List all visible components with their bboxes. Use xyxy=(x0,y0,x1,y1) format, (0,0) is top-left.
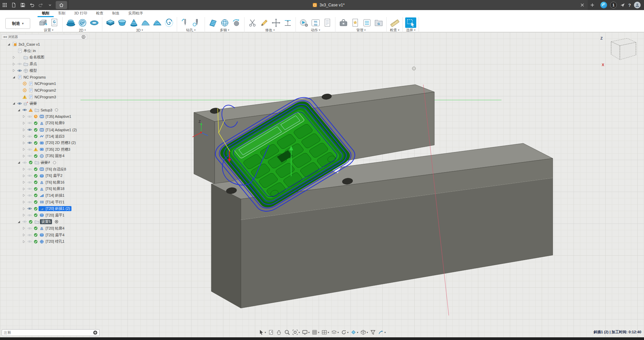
tool-library-button[interactable] xyxy=(338,17,349,28)
spiral-3d-button[interactable] xyxy=(163,17,174,28)
viewport[interactable]: Z ◀◀ 浏览器 3x3_Case v1单位: in命名视图原点模型NC Pro… xyxy=(0,32,644,337)
visibility-eye-icon[interactable] xyxy=(26,148,33,151)
collapse-browser-icon[interactable]: ◀◀ xyxy=(3,36,7,38)
visibility-eye-icon[interactable] xyxy=(26,154,33,158)
viewports-button[interactable]: ▾ xyxy=(321,329,330,336)
tree-row[interactable]: [T14] 斜插1 xyxy=(1,192,87,199)
tree-row[interactable]: NCProgram1 xyxy=(1,81,87,87)
tree-item-label[interactable]: [T6] 扁平2 xyxy=(45,173,62,178)
tree-item-label[interactable]: [T20] 2D 挖槽3 (2) xyxy=(45,140,76,145)
visibility-eye-icon[interactable] xyxy=(26,181,33,184)
grid-and-snaps-button[interactable]: ▾ xyxy=(311,329,320,336)
tree-row[interactable]: [T35] 圆形4 xyxy=(1,153,87,159)
visibility-eye-icon[interactable] xyxy=(26,167,33,171)
tree-row[interactable]: [T14] Adaptive1 (2) xyxy=(1,127,87,133)
close-tab-button[interactable] xyxy=(580,2,585,8)
expander-icon[interactable] xyxy=(16,220,21,224)
fit-button[interactable]: ▾ xyxy=(291,329,301,336)
extensions-icon[interactable] xyxy=(620,2,625,8)
tree-row[interactable]: [T6] 轮廓18 xyxy=(1,186,87,192)
expander-icon[interactable] xyxy=(21,240,26,244)
tree-row[interactable]: [T20] 轮廓9 xyxy=(1,120,87,127)
visibility-eye-icon[interactable] xyxy=(26,115,33,118)
expander-icon[interactable] xyxy=(11,62,16,66)
tree-item-label[interactable]: [T14] Adaptive1 (2) xyxy=(45,128,77,132)
pocket-3d-button[interactable] xyxy=(116,17,127,28)
drill-button[interactable] xyxy=(179,17,191,28)
tree-item-label[interactable]: [T6] 轮廓18 xyxy=(45,186,64,191)
tab-milling[interactable]: 铣削 xyxy=(38,10,54,17)
adaptive-2d-button[interactable] xyxy=(77,17,88,28)
tab-3d-print[interactable]: 3D 打印 xyxy=(70,10,92,17)
tree-row[interactable]: [T20] 轮廓4 xyxy=(1,225,87,232)
group-dropdown-3d[interactable]: 3D▾ xyxy=(105,28,174,32)
active-setup-indicator-icon[interactable] xyxy=(51,161,57,164)
tree-item-label[interactable]: NCProgram2 xyxy=(34,88,56,92)
stock-display-button[interactable]: ▾ xyxy=(350,329,359,336)
redo-icon[interactable] xyxy=(36,0,45,10)
window-select-button[interactable] xyxy=(405,17,416,28)
machine-display-button[interactable]: ▾ xyxy=(360,329,369,336)
expander-icon[interactable] xyxy=(21,200,26,204)
expander-icon[interactable] xyxy=(16,108,21,112)
viewport-canvas[interactable]: Z xyxy=(0,32,644,337)
notifications-icon[interactable]: 1 xyxy=(610,2,617,8)
visibility-eye-icon[interactable] xyxy=(26,213,33,217)
tree-item-label[interactable]: [T35] Adaptive1 xyxy=(45,114,71,118)
tree-row[interactable]: [T35] Adaptive1 xyxy=(1,113,87,120)
expander-icon[interactable] xyxy=(21,207,26,211)
tree-item-label[interactable]: 设置7 xyxy=(40,160,50,165)
comment-box[interactable] xyxy=(2,329,100,336)
display-settings-button[interactable]: ▾ xyxy=(301,329,310,336)
tree-item-label[interactable]: [T20] 扁平1 xyxy=(45,213,64,218)
expander-icon[interactable] xyxy=(11,101,16,105)
visibility-eye-icon[interactable] xyxy=(16,62,22,66)
tree-item-label[interactable]: [T35] 圆形4 xyxy=(45,153,64,158)
expander-icon[interactable] xyxy=(21,167,26,171)
move-toolpath-button[interactable] xyxy=(270,17,281,28)
tree-item-label[interactable]: [T14] 斜插1 xyxy=(45,193,64,198)
tree-row[interactable]: 原点 xyxy=(1,61,87,67)
tree-row[interactable]: [T20] 扁平1 xyxy=(1,212,87,218)
tree-row[interactable]: Setup3 xyxy=(1,107,87,113)
view-cube[interactable]: Z X xyxy=(599,35,640,68)
document-tab[interactable]: 3x3_Case v1* xyxy=(69,0,588,10)
tree-row[interactable]: [T14] 追踪3 xyxy=(1,133,87,140)
expander-icon[interactable] xyxy=(21,213,26,217)
group-dropdown-setup[interactable]: 设置▾ xyxy=(37,28,60,32)
post-process-button[interactable]: G1G2 xyxy=(310,17,321,28)
tree-item-label[interactable]: [T14] 平行1 xyxy=(45,200,64,205)
tree-item-label[interactable]: [T35] 2D 挖槽3 xyxy=(45,147,70,152)
steep-shallow-3d-button[interactable] xyxy=(152,17,163,28)
active-setup-indicator-icon[interactable] xyxy=(54,108,60,112)
avatar-icon[interactable] xyxy=(634,2,641,8)
tree-item-label[interactable]: 单位: in xyxy=(23,48,36,53)
group-dropdown-manage[interactable]: 管理▾ xyxy=(338,28,384,32)
tree-row[interactable]: 设置 xyxy=(1,100,87,107)
tree-item-label[interactable]: 模型 xyxy=(29,68,37,73)
tree-item-label[interactable]: NCProgram1 xyxy=(34,82,56,86)
group-dropdown-2d[interactable]: 2D▾ xyxy=(65,28,100,32)
expander-icon[interactable] xyxy=(21,128,26,132)
toolpath-filter-button[interactable] xyxy=(369,329,377,336)
tree-row[interactable]: 模型 xyxy=(1,67,87,74)
expander-icon[interactable] xyxy=(21,141,26,145)
expander-icon[interactable] xyxy=(16,160,21,164)
tree-row[interactable]: [T6] 扁平2 xyxy=(1,173,87,179)
tree-item-label[interactable]: Setup3 xyxy=(40,108,52,112)
templates-button[interactable] xyxy=(350,17,361,28)
adaptive-3d-button[interactable] xyxy=(105,17,116,28)
expander-icon[interactable] xyxy=(21,180,26,184)
visibility-eye-icon[interactable] xyxy=(26,227,33,230)
fusion-status-icon[interactable] xyxy=(600,2,607,8)
thread-mill-button[interactable] xyxy=(191,17,202,28)
parallel-3d-button[interactable] xyxy=(140,17,151,28)
measure-button[interactable] xyxy=(389,17,400,28)
tree-row[interactable]: [T14] 平行1 xyxy=(1,199,87,205)
visibility-eye-icon[interactable] xyxy=(26,174,33,178)
tree-row[interactable]: [T6] 自适应8 xyxy=(1,166,87,173)
visibility-eye-icon[interactable] xyxy=(16,102,22,105)
visibility-eye-icon[interactable] xyxy=(26,233,33,237)
undo-icon[interactable] xyxy=(27,0,36,10)
tree-item-label[interactable]: 3x3_Case v1 xyxy=(18,42,40,46)
